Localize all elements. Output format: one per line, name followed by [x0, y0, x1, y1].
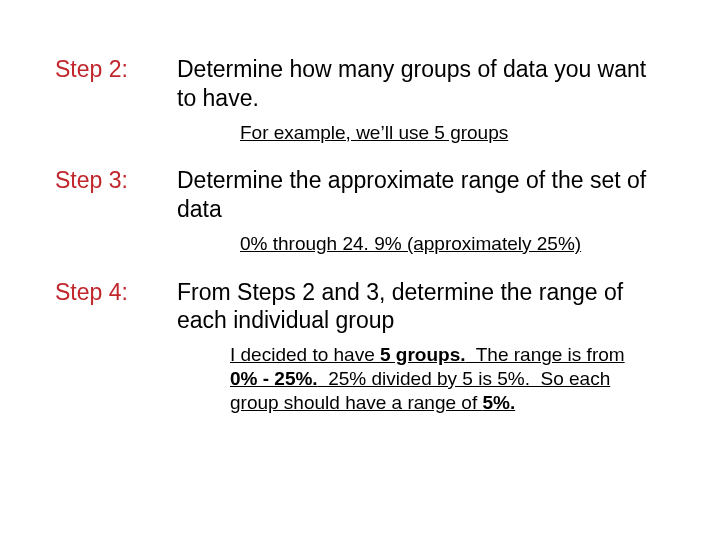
step-block: Step 3: Determine the approximate range … [55, 166, 660, 255]
step-label: Step 2: [55, 55, 177, 84]
step-block: Step 4: From Steps 2 and 3, determine th… [55, 278, 660, 415]
step-row: Step 2: Determine how many groups of dat… [55, 55, 660, 113]
slide-page: Step 2: Determine how many groups of dat… [0, 0, 720, 454]
step-note: I decided to have 5 groups. The range is… [230, 343, 650, 414]
step-row: Step 4: From Steps 2 and 3, determine th… [55, 278, 660, 336]
step-note: For example, we’ll use 5 groups [240, 121, 660, 145]
step-row: Step 3: Determine the approximate range … [55, 166, 660, 224]
step-block: Step 2: Determine how many groups of dat… [55, 55, 660, 144]
step-body: From Steps 2 and 3, determine the range … [177, 278, 660, 336]
step-label: Step 4: [55, 278, 177, 307]
step-body: Determine the approximate range of the s… [177, 166, 660, 224]
step-label: Step 3: [55, 166, 177, 195]
step-body: Determine how many groups of data you wa… [177, 55, 660, 113]
step-note: 0% through 24. 9% (approximately 25%) [240, 232, 660, 256]
